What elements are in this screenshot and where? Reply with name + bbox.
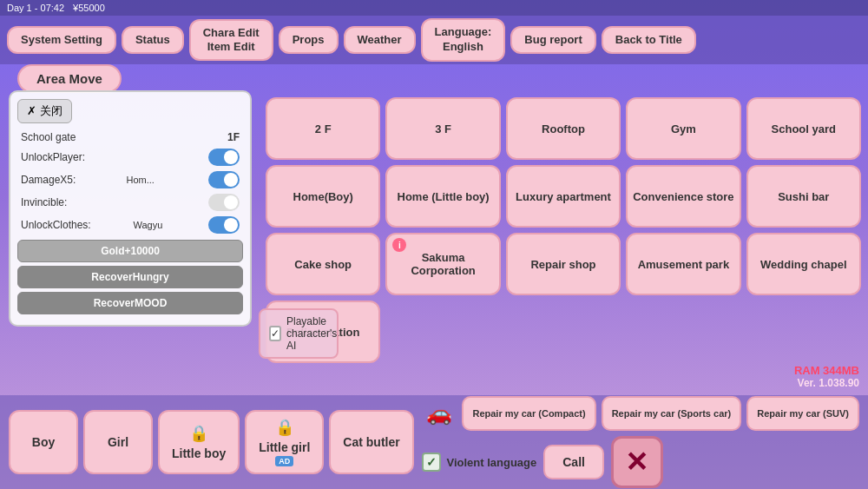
location-label-cake-shop: Cake shop xyxy=(294,258,352,271)
location-cake-shop[interactable]: Cake shop xyxy=(266,233,380,295)
ai-row: ✓ Playable character's AI xyxy=(259,308,339,359)
unlock-clothes-row: UnlockClothes: Wagyu xyxy=(17,214,243,236)
lock-icon: 🔒 xyxy=(275,418,294,437)
repair-car-suv[interactable]: Repair my car (SUV) xyxy=(746,396,859,431)
info-icon: i xyxy=(392,238,406,252)
wagyu-label: Wagyu xyxy=(133,220,162,230)
ai-label: Playable character's AI xyxy=(286,315,337,352)
car-icon: 🚗 xyxy=(422,396,457,431)
top-bar: Day 1 - 07:42 ¥ 55000 xyxy=(0,0,868,16)
char-label-little-girl: Little girl xyxy=(259,440,310,454)
bottom-controls: ✓Violent languageCall✕ xyxy=(422,436,859,488)
char-bar: BoyGirl🔒Little boy🔒Little girlADCat butl… xyxy=(0,395,868,489)
violent-language-label: Violent language xyxy=(446,456,536,469)
location-gym[interactable]: Gym xyxy=(626,97,740,160)
right-controls: 🚗Repair my car (Compact)Repair my car (S… xyxy=(422,396,859,488)
version-text: Ver. 1.038.90 xyxy=(794,377,859,389)
damage-x5-toggle[interactable] xyxy=(208,171,240,188)
location-sushi-bar[interactable]: Sushi bar xyxy=(746,165,861,228)
unlock-clothes-label: UnlockClothes: xyxy=(21,219,91,231)
damage-x5-row: DamageX5: Hom... xyxy=(17,169,243,191)
location-sakuma-corporation[interactable]: iSakuma Corporation xyxy=(385,233,500,295)
close-x-button[interactable]: ✕ xyxy=(611,436,663,488)
char-boy[interactable]: Boy xyxy=(9,410,78,474)
location-home-boy[interactable]: Home(Boy) xyxy=(266,165,380,228)
language-button[interactable]: Language: English xyxy=(421,18,506,62)
location-wedding-chapel[interactable]: Wedding chapel xyxy=(746,233,861,295)
invincible-label: Invincible: xyxy=(21,196,67,208)
violent-language-control: ✓Violent language xyxy=(422,453,536,472)
location-grid: 2 F3 FRooftopGymSchool yardHome(Boy)Home… xyxy=(259,90,868,393)
char-label-cat-butler: Cat butler xyxy=(343,435,399,449)
location-2f[interactable]: 2 F xyxy=(266,97,380,160)
repair-buttons-row: 🚗Repair my car (Compact)Repair my car (S… xyxy=(422,396,859,431)
school-gate-row: School gate 1F xyxy=(17,129,243,146)
location-3f[interactable]: 3 F xyxy=(385,97,500,160)
location-label-wedding-chapel: Wedding chapel xyxy=(760,258,846,271)
nav-bar: System Setting Status Chara Edit Item Ed… xyxy=(0,16,868,64)
unlock-player-toggle[interactable] xyxy=(208,149,240,166)
location-label-2f: 2 F xyxy=(315,122,332,135)
location-label-sakuma-corporation: Sakuma Corporation xyxy=(391,251,495,277)
ai-checkbox[interactable]: ✓ xyxy=(269,326,281,341)
location-label-luxury-apartment: Luxury apartment xyxy=(516,190,611,203)
location-label-home-boy: Home(Boy) xyxy=(293,190,353,203)
location-home-little-boy[interactable]: Home (Little boy) xyxy=(385,165,500,228)
back-to-title-button[interactable]: Back to Title xyxy=(602,26,696,55)
settings-panel: ✗ 关闭 School gate 1F UnlockPlayer: Damage… xyxy=(9,90,252,327)
currency-amount: 55000 xyxy=(78,3,105,13)
char-little-boy[interactable]: 🔒Little boy xyxy=(158,410,240,474)
chara-edit-button[interactable]: Chara Edit Item Edit xyxy=(189,19,273,60)
unlock-clothes-toggle[interactable] xyxy=(208,216,240,234)
violent-language-checkbox[interactable]: ✓ xyxy=(422,453,441,472)
ad-badge: AD xyxy=(275,456,293,466)
status-button[interactable]: Status xyxy=(122,26,184,55)
char-cat-butler[interactable]: Cat butler xyxy=(329,410,413,474)
bug-report-button[interactable]: Bug report xyxy=(510,26,595,55)
location-label-repair-shop: Repair shop xyxy=(530,258,595,271)
lock-icon: 🔒 xyxy=(189,424,208,443)
char-little-girl[interactable]: 🔒Little girlAD xyxy=(245,410,324,474)
location-school-yard[interactable]: School yard xyxy=(746,97,861,160)
location-convenience-store[interactable]: Convenience store xyxy=(626,165,740,228)
floor-1-value: 1F xyxy=(227,131,240,143)
school-gate-label: School gate xyxy=(21,131,76,143)
invincible-toggle[interactable] xyxy=(208,194,240,211)
location-amusement-park[interactable]: Amusement park xyxy=(626,233,740,295)
recover-mood-button[interactable]: RecoverMOOD xyxy=(17,292,243,314)
char-label-little-boy: Little boy xyxy=(172,446,226,460)
location-repair-shop[interactable]: Repair shop xyxy=(506,233,621,295)
location-label-amusement-park: Amusement park xyxy=(638,258,729,271)
char-label-boy: Boy xyxy=(32,435,55,449)
sys-info: RAM 344MB Ver. 1.038.90 xyxy=(794,364,859,389)
location-label-3f: 3 F xyxy=(435,122,451,135)
unlock-player-row: UnlockPlayer: xyxy=(17,146,243,169)
unlock-player-label: UnlockPlayer: xyxy=(21,151,85,163)
location-label-convenience-store: Convenience store xyxy=(633,190,733,203)
damage-x5-label: DamageX5: xyxy=(21,174,76,186)
weather-button[interactable]: Weather xyxy=(344,26,416,55)
props-button[interactable]: Props xyxy=(279,26,339,55)
location-rooftop[interactable]: Rooftop xyxy=(506,97,621,160)
ram-text: RAM 344MB xyxy=(794,364,859,377)
repair-car-compact[interactable]: Repair my car (Compact) xyxy=(462,396,595,431)
day-time: Day 1 - 07:42 xyxy=(7,3,64,13)
repair-car-sports[interactable]: Repair my car (Sports car) xyxy=(602,396,742,431)
location-label-rooftop: Rooftop xyxy=(542,122,585,135)
location-label-home-little-boy: Home (Little boy) xyxy=(398,190,490,203)
home-label: Hom... xyxy=(126,175,154,185)
char-label-girl: Girl xyxy=(108,435,128,449)
gold-button[interactable]: Gold+10000 xyxy=(17,240,243,262)
location-luxury-apartment[interactable]: Luxury apartment xyxy=(506,165,621,228)
call-button[interactable]: Call xyxy=(543,445,604,479)
settings-close-button[interactable]: ✗ 关闭 xyxy=(17,99,72,123)
char-girl[interactable]: Girl xyxy=(83,410,153,474)
area-move-label: Area Move xyxy=(17,64,122,93)
recover-hungry-button[interactable]: RecoverHungry xyxy=(17,266,243,288)
location-label-sushi-bar: Sushi bar xyxy=(778,190,829,203)
location-label-school-yard: School yard xyxy=(772,122,836,135)
location-label-gym: Gym xyxy=(671,122,696,135)
system-setting-button[interactable]: System Setting xyxy=(7,26,116,55)
invincible-row: Invincible: xyxy=(17,191,243,214)
